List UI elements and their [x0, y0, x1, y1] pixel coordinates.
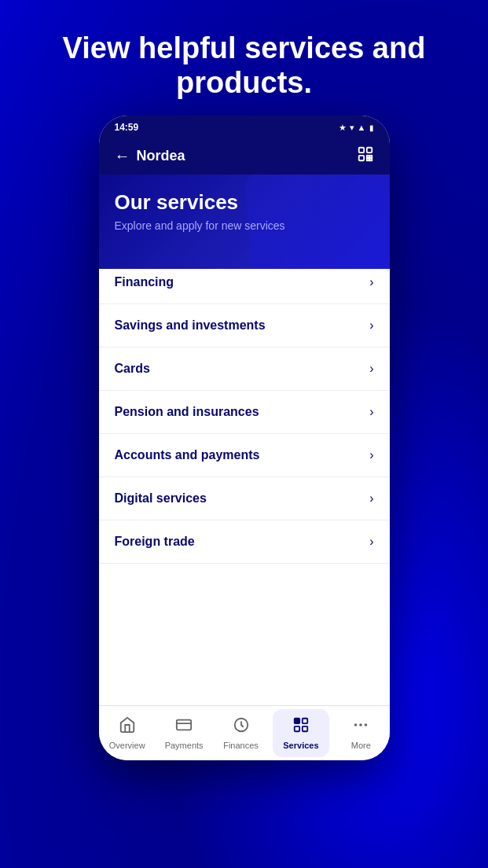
service-item-digital[interactable]: Digital services ›	[99, 477, 390, 520]
hero-title: Our services	[115, 190, 374, 215]
hero-section: Our services Explore and apply for new s…	[99, 175, 390, 269]
status-bar: 14:59 ★ ▾ ▲ ▮	[99, 116, 390, 138]
page-title-section: View helpful services and products.	[0, 0, 488, 116]
svg-rect-11	[303, 719, 307, 723]
svg-rect-12	[295, 726, 299, 731]
status-time: 14:59	[115, 122, 139, 133]
nav-item-finances[interactable]: Finances	[212, 706, 269, 760]
svg-point-15	[359, 724, 362, 727]
service-label-digital: Digital services	[115, 491, 207, 506]
signal-icon: ▲	[358, 123, 366, 132]
svg-rect-3	[366, 156, 369, 158]
svg-rect-0	[358, 148, 363, 153]
service-label-foreign: Foreign trade	[115, 535, 195, 549]
svg-rect-6	[369, 159, 372, 161]
service-label-accounts: Accounts and payments	[115, 448, 260, 462]
chevron-icon-foreign: ›	[369, 535, 373, 549]
hero-subtitle: Explore and apply for new services	[115, 219, 374, 232]
nav-label-services: Services	[283, 741, 318, 750]
nav-label-more: More	[351, 741, 371, 750]
more-icon	[352, 716, 369, 738]
chevron-icon-financing: ›	[369, 275, 373, 289]
finances-icon	[233, 716, 250, 738]
svg-point-16	[365, 724, 368, 727]
chevron-icon-pension: ›	[369, 405, 373, 419]
chevron-icon-savings: ›	[369, 318, 373, 333]
overview-icon	[119, 716, 136, 738]
wifi-icon: ▾	[350, 123, 354, 133]
back-arrow-icon: ←	[115, 147, 130, 165]
services-list: Financing › Savings and investments › Ca…	[99, 261, 390, 705]
app-logo: Nordea	[137, 148, 185, 164]
scan-icon[interactable]	[357, 145, 374, 167]
svg-rect-2	[358, 156, 363, 160]
payments-icon	[175, 716, 193, 738]
nav-item-more[interactable]: More	[332, 706, 389, 760]
nav-label-finances: Finances	[223, 741, 259, 750]
battery-icon: ▮	[369, 123, 374, 132]
svg-rect-1	[366, 148, 371, 153]
nav-label-overview: Overview	[109, 741, 145, 750]
app-header: ← Nordea	[99, 138, 390, 175]
svg-rect-7	[177, 720, 191, 730]
service-label-pension: Pension and insurances	[115, 405, 259, 419]
nav-item-services[interactable]: Services	[273, 709, 329, 757]
services-icon	[292, 716, 310, 738]
phone-wrapper: 14:59 ★ ▾ ▲ ▮ ← Nordea	[0, 116, 488, 760]
chevron-icon-digital: ›	[369, 491, 373, 506]
svg-rect-4	[369, 156, 372, 158]
service-item-pension[interactable]: Pension and insurances ›	[99, 391, 390, 434]
service-item-accounts[interactable]: Accounts and payments ›	[99, 434, 390, 477]
service-item-savings[interactable]: Savings and investments ›	[99, 304, 390, 348]
service-label-financing: Financing	[115, 275, 174, 289]
bluetooth-icon: ★	[339, 123, 347, 133]
phone-frame: 14:59 ★ ▾ ▲ ▮ ← Nordea	[99, 116, 390, 760]
service-label-cards: Cards	[115, 362, 150, 376]
svg-rect-5	[366, 159, 369, 161]
back-button[interactable]: ← Nordea	[115, 147, 185, 165]
svg-point-14	[354, 724, 358, 727]
service-item-cards[interactable]: Cards ›	[99, 348, 390, 391]
service-item-foreign[interactable]: Foreign trade ›	[99, 520, 390, 564]
chevron-icon-cards: ›	[369, 362, 373, 376]
bottom-nav: Overview Payments Financ	[99, 705, 390, 760]
page-title: View helpful services and products.	[31, 31, 457, 100]
svg-rect-13	[303, 726, 307, 731]
nav-label-payments: Payments	[165, 741, 204, 750]
svg-rect-10	[295, 719, 299, 723]
nav-item-payments[interactable]: Payments	[156, 706, 212, 760]
service-label-savings: Savings and investments	[115, 318, 266, 333]
chevron-icon-accounts: ›	[369, 448, 373, 462]
status-icons: ★ ▾ ▲ ▮	[339, 123, 374, 133]
nav-item-overview[interactable]: Overview	[99, 706, 156, 760]
